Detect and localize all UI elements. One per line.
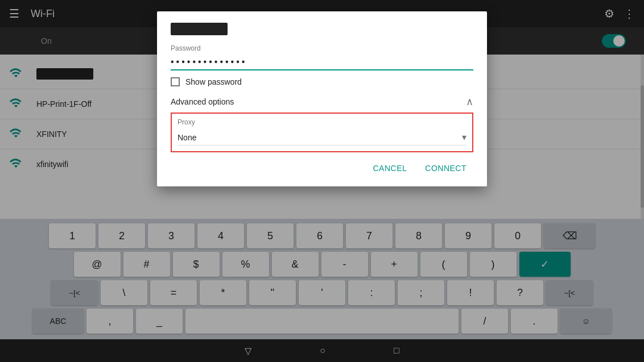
- chevron-up-icon: ∧: [466, 95, 473, 108]
- dialog-buttons: CANCEL CONNECT: [171, 159, 473, 177]
- proxy-section: Proxy None ▾: [171, 113, 473, 152]
- show-password-checkbox[interactable]: [171, 77, 180, 86]
- connect-button[interactable]: CONNECT: [418, 159, 473, 177]
- cancel-button[interactable]: CANCEL: [366, 159, 414, 177]
- proxy-select-row[interactable]: None ▾: [177, 130, 467, 145]
- dialog-network-name-box: [171, 23, 228, 35]
- advanced-options-label: Advanced options: [171, 97, 234, 106]
- wifi-connect-dialog: Password Show password Advanced options …: [157, 11, 487, 186]
- overlay: Password Show password Advanced options …: [0, 0, 644, 362]
- proxy-label: Proxy: [177, 118, 467, 126]
- advanced-options-row[interactable]: Advanced options ∧: [171, 91, 473, 110]
- proxy-value: None: [177, 133, 196, 142]
- dropdown-arrow-icon: ▾: [462, 132, 467, 143]
- show-password-row: Show password: [171, 77, 473, 86]
- show-password-label: Show password: [185, 77, 242, 86]
- password-label: Password: [171, 44, 473, 52]
- password-input[interactable]: [171, 55, 473, 70]
